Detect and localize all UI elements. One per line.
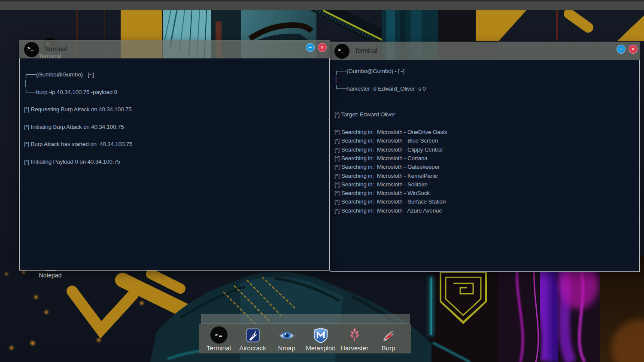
dock-item-label: Metasploit	[306, 344, 335, 352]
terminal-line	[334, 102, 638, 110]
terminal-line	[24, 97, 328, 105]
window-title: Terminal	[44, 46, 67, 52]
terminal-line: [*] Searching in: Microsloth - KernelPan…	[334, 172, 638, 180]
terminal-window-right: >_ Terminal − ✕ ┌──(Gumbo@Gumbo) - [~]│└…	[330, 42, 640, 272]
dock-item-metasploit[interactable]: Metasploit	[304, 324, 337, 353]
dock-body: > Terminal Airocrack	[199, 324, 411, 353]
dock-item-burp[interactable]: Burp	[371, 324, 405, 353]
terminal-output[interactable]: ┌──(Gumbo@Gumbo) - [~]│└──harvester -d E…	[330, 60, 640, 272]
svg-text:>: >	[215, 332, 218, 338]
terminal-line: │	[24, 79, 328, 88]
metasploit-icon	[312, 326, 330, 344]
terminal-line: ┌──(Gumbo@Gumbo) - [~]	[334, 67, 638, 76]
terminal-icon: >_	[334, 44, 349, 59]
burp-icon	[380, 326, 398, 344]
terminal-window-left: >_ Terminal − ✕ ┌──(Gumbo@Gumbo) - [~]│└…	[19, 40, 330, 271]
dock-top-strip	[201, 314, 410, 324]
terminal-line	[24, 131, 328, 140]
dock-item-harvester[interactable]: Harvester	[337, 324, 371, 353]
terminal-line: [*] Searching in: Microsloth - WinSock	[334, 189, 638, 198]
terminal-line: [*] Initiating Payload 0 on 40.34.100.75	[24, 158, 328, 166]
terminal-line: [*] Burp Attack has started on 40.34.100…	[24, 140, 328, 149]
titlebar[interactable]: >_ Terminal − ✕	[19, 40, 330, 58]
dock-item-label: Airocrack	[239, 344, 266, 352]
terminal-line: [*] Searching in: Microsloth - Solitaire	[334, 180, 638, 189]
terminal-line	[24, 149, 328, 158]
dock-item-label: Burp	[382, 344, 395, 352]
terminal-line: [*] Searching in: Microsloth - OneDrive …	[334, 128, 638, 137]
terminal-line: └──burp -ip 40.34.100.75 -payload 0	[24, 88, 328, 97]
nmap-icon	[278, 326, 296, 344]
airocrack-icon	[244, 326, 262, 344]
terminal-line: [*] Initiating Burp Attack on 40.34.100.…	[24, 123, 328, 131]
close-button[interactable]: ✕	[318, 43, 327, 52]
window-title: Terminal	[355, 47, 377, 54]
close-button[interactable]: ✕	[629, 45, 638, 54]
terminal-icon: >	[210, 326, 228, 344]
terminal-icon: >_	[24, 42, 39, 57]
terminal-line: [*] Searching in: Microsloth - Azure Ave…	[334, 207, 638, 215]
minimize-button[interactable]: −	[617, 45, 626, 54]
terminal-line: └──harvester -d Edward_Oliver -s 0	[334, 85, 638, 93]
terminal-line	[24, 114, 328, 122]
terminal-line: ┌──(Gumbo@Gumbo) - [~]	[24, 70, 328, 79]
dock-item-label: Nmap	[278, 344, 295, 352]
terminal-output[interactable]: ┌──(Gumbo@Gumbo) - [~]│└──burp -ip 40.34…	[19, 58, 330, 271]
dock-item-terminal[interactable]: > Terminal	[202, 324, 236, 353]
terminal-line: [*] Searching in: Microsloth - Surface S…	[334, 198, 638, 206]
terminal-line: [*] Requesting Burp Attack on 40.34.100.…	[24, 105, 328, 114]
top-panel	[0, 0, 644, 10]
titlebar[interactable]: >_ Terminal − ✕	[330, 42, 640, 60]
terminal-line: [*] Searching in: Microsloth - Cortana	[334, 154, 638, 163]
dock-item-nmap[interactable]: Nmap	[270, 324, 304, 353]
desktop-icon-label: Notepad	[33, 272, 67, 279]
terminal-line: [*] Target: Edward Oliver	[334, 110, 638, 119]
terminal-line: [*] Searching in: Microsloth - Clippy Ce…	[334, 146, 638, 154]
minimize-button[interactable]: −	[306, 43, 315, 52]
terminal-line	[334, 93, 638, 102]
dock-item-label: Terminal	[207, 344, 231, 352]
dock: > Terminal Airocrack	[199, 314, 411, 353]
terminal-line: [*] Searching in: Microsloth - Gateskeep…	[334, 163, 638, 171]
harvester-icon	[346, 326, 364, 344]
terminal-line	[334, 119, 638, 128]
desktop: >_ Terminal Notepad >_ Terminal − ✕ ┌──(…	[0, 0, 644, 362]
terminal-line: │	[334, 76, 638, 84]
dock-item-airocrack[interactable]: Airocrack	[236, 324, 270, 353]
dock-item-label: Harvester	[340, 344, 368, 352]
terminal-line: [*] Searching in: Microsloth - Blue Scre…	[334, 137, 638, 145]
